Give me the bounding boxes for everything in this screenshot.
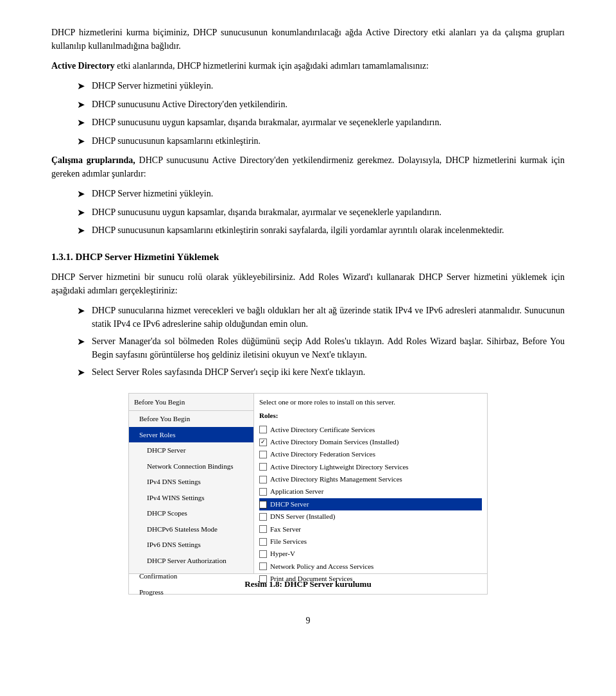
ad-bullet-list: ➤ DHCP Server hizmetini yükleyin. ➤ DHCP… (77, 79, 565, 148)
sidebar-item[interactable]: Progress (129, 584, 253, 600)
role-checkbox[interactable] (259, 451, 267, 458)
install-bullet-3-text: Select Server Roles sayfasında DHCP Serv… (92, 365, 565, 379)
role-label: Active Directory Federation Services (270, 449, 375, 459)
install-bullet-list: ➤ DHCP sunucularına hizmet verecekleri v… (77, 304, 565, 380)
section-heading: 1.3.1. DHCP Server Hizmetini Yüklemek (51, 250, 565, 265)
ad-bullet-1-text: DHCP Server hizmetini yükleyin. (92, 79, 565, 92)
ad-bullet-4: ➤ DHCP sunucusunun kapsamlarını etkinleş… (77, 134, 565, 149)
wg-bullet-1-text: DHCP Server hizmetini yükleyin. (92, 187, 565, 200)
paragraph-3: Çalışma gruplarında, DHCP sunucusunu Act… (51, 153, 565, 180)
sidebar-item[interactable]: IPv4 DNS Settings (129, 474, 253, 490)
role-item: Hyper-V (259, 548, 482, 560)
arrow-icon-2: ➤ (77, 98, 85, 112)
bold-calisma: Çalışma gruplarında, (51, 155, 135, 165)
arrow-icon-10: ➤ (77, 365, 85, 380)
wizard-main-panel: Select one or more roles to install on t… (254, 394, 487, 573)
paragraph-4-text: DHCP Server hizmetini bir sunucu rolü ol… (51, 272, 565, 295)
arrow-icon-5: ➤ (77, 187, 85, 202)
role-checkbox[interactable]: ✓ (259, 501, 267, 509)
role-item: Fax Server (259, 523, 482, 535)
ad-bullet-4-text: DHCP sunucusunun kapsamlarını etkinleşti… (92, 134, 565, 148)
role-label: Active Directory Rights Management Servi… (270, 474, 402, 484)
role-checkbox[interactable]: ✓ (259, 439, 267, 446)
paragraph-2: Active Directory etki alanlarında, DHCP … (51, 59, 565, 73)
role-item: DNS Server (Installed) (259, 510, 482, 523)
arrow-icon-4: ➤ (77, 134, 85, 149)
role-checkbox[interactable] (259, 525, 267, 533)
sidebar-item[interactable]: Confirmation (129, 568, 253, 584)
role-item: Active Directory Lightweight Directory S… (259, 461, 482, 473)
wizard-panel-title: Before You Begin (129, 394, 253, 412)
role-checkbox[interactable] (259, 550, 267, 558)
wizard-image: Before You Begin Before You BeginServer … (128, 393, 488, 595)
install-bullet-1: ➤ DHCP sunucularına hizmet verecekleri v… (77, 304, 565, 331)
role-checkbox[interactable] (259, 513, 267, 521)
sidebar-item[interactable]: DHCP Server Authorization (129, 553, 253, 569)
wg-bullet-3: ➤ DHCP sunucusunun kapsamlarını etkinleş… (77, 223, 565, 238)
wg-bullet-list: ➤ DHCP Server hizmetini yükleyin. ➤ DHCP… (77, 187, 565, 238)
wizard-main-instruction: Select one or more roles to install on t… (259, 397, 482, 408)
role-label: Active Directory Certificate Services (270, 425, 375, 435)
role-checkbox[interactable] (259, 463, 267, 471)
role-checkbox[interactable] (259, 426, 267, 433)
role-label: Application Server (270, 487, 323, 496)
wg-bullet-2: ➤ DHCP sunucusunu uygun kapsamlar, dışar… (77, 205, 565, 220)
arrow-icon-9: ➤ (77, 335, 85, 349)
role-item: Active Directory Federation Services (259, 448, 482, 460)
role-label: Fax Server (270, 525, 301, 534)
wg-bullet-1: ➤ DHCP Server hizmetini yükleyin. (77, 187, 565, 202)
arrow-icon-6: ➤ (77, 205, 85, 220)
wg-bullet-3-text: DHCP sunucusunun kapsamlarını etkinleşti… (92, 223, 565, 237)
role-item: Active Directory Certificate Services (259, 424, 482, 436)
paragraph-1-text: DHCP hizmetlerini kurma biçiminiz, DHCP … (51, 28, 565, 51)
sidebar-item[interactable]: DHCPv6 Stateless Mode (129, 521, 253, 537)
role-item: ✓Active Directory Domain Services (Insta… (259, 436, 482, 448)
sidebar-item[interactable]: Before You Begin (129, 411, 253, 427)
role-checkbox[interactable] (259, 488, 267, 496)
role-checkbox[interactable] (259, 538, 267, 546)
role-item: File Services (259, 535, 482, 548)
install-bullet-3: ➤ Select Server Roles sayfasında DHCP Se… (77, 365, 565, 380)
arrow-icon-1: ➤ (77, 79, 85, 94)
role-item: Application Server (259, 485, 482, 498)
paragraph-4: DHCP Server hizmetini bir sunucu rolü ol… (51, 270, 565, 297)
role-label: Active Directory Domain Services (Instal… (270, 437, 398, 447)
sidebar-item[interactable]: DHCP Scopes (129, 505, 253, 521)
paragraph-2-rest: etki alanlarında, DHCP hizmetlerini kurm… (115, 61, 429, 71)
role-checkbox[interactable] (259, 562, 267, 570)
wizard-sidebar: Before You Begin Before You BeginServer … (129, 394, 254, 573)
role-label: DHCP Server (270, 500, 309, 509)
page-number: 9 (51, 614, 565, 627)
install-bullet-2: ➤ Server Manager'da sol bölmeden Roles d… (77, 335, 565, 361)
install-bullet-2-text: Server Manager'da sol bölmeden Roles düğ… (92, 335, 565, 361)
sidebar-item[interactable]: Server Roles (129, 427, 253, 443)
arrow-icon-8: ➤ (77, 304, 85, 318)
install-bullet-1-text: DHCP sunucularına hizmet verecekleri ve … (92, 304, 565, 331)
role-item: Active Directory Rights Management Servi… (259, 473, 482, 485)
sidebar-item[interactable]: IPv6 DNS Settings (129, 537, 253, 553)
paragraph-1: DHCP hizmetlerini kurma biçiminiz, DHCP … (51, 26, 565, 53)
role-item: Network Policy and Access Services (259, 561, 482, 573)
wizard-roles-label: Roles: (259, 410, 482, 421)
bold-active-directory: Active Directory (51, 61, 115, 71)
role-label: Hyper-V (270, 549, 295, 559)
arrow-icon-3: ➤ (77, 116, 85, 130)
role-label: DNS Server (Installed) (270, 512, 335, 521)
sidebar-item[interactable]: DHCP Server (129, 442, 253, 458)
wg-bullet-2-text: DHCP sunucusunu uygun kapsamlar, dışarıd… (92, 205, 565, 219)
role-item: ✓DHCP Server (259, 498, 482, 510)
ad-bullet-2: ➤ DHCP sunucusunu Active Directory'den y… (77, 98, 565, 112)
role-label: Active Directory Lightweight Directory S… (270, 462, 409, 472)
ad-bullet-3-text: DHCP sunucusunu uygun kapsamlar, dışarıd… (92, 116, 565, 129)
arrow-icon-7: ➤ (77, 223, 85, 238)
ad-bullet-3: ➤ DHCP sunucusunu uygun kapsamlar, dışar… (77, 116, 565, 130)
sidebar-item[interactable]: IPv4 WINS Settings (129, 490, 253, 506)
role-label: Network Policy and Access Services (270, 562, 373, 571)
sidebar-item[interactable]: Network Connection Bindings (129, 458, 253, 474)
ad-bullet-2-text: DHCP sunucusunu Active Directory'den yet… (92, 98, 565, 111)
role-label: File Services (270, 537, 307, 546)
role-checkbox[interactable] (259, 476, 267, 483)
ad-bullet-1: ➤ DHCP Server hizmetini yükleyin. (77, 79, 565, 94)
